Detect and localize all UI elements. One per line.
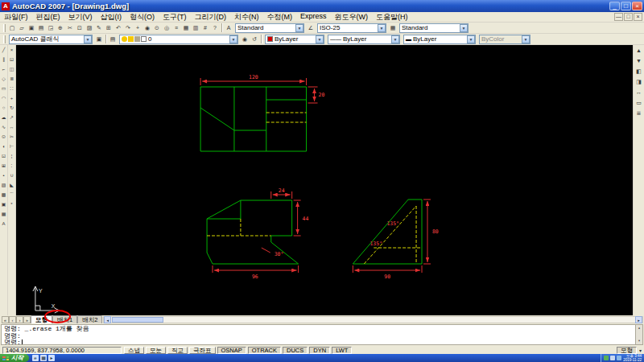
draworder-above-icon[interactable]: ◧ xyxy=(634,66,644,76)
side-view[interactable]: 24 44 96 30° xyxy=(207,187,308,280)
menu-item[interactable]: 형식(O) xyxy=(126,12,159,23)
match-properties-icon[interactable]: ✎ xyxy=(94,23,104,33)
horizontal-scrollbar[interactable]: ◂ ▸ xyxy=(103,316,643,323)
mdi-close-button[interactable]: × xyxy=(634,13,642,21)
make-object-layer-current-icon[interactable]: ◉ xyxy=(240,35,250,44)
save-icon[interactable]: ▣ xyxy=(27,23,36,33)
chevron-down-icon[interactable]: ▼ xyxy=(391,35,399,43)
end-view[interactable]: 90 80 135° 135° xyxy=(353,200,438,280)
scroll-left-icon[interactable]: ◂ xyxy=(104,316,111,323)
offset-icon[interactable]: ≣ xyxy=(8,74,15,84)
side-view-hidden-lines[interactable] xyxy=(207,219,271,236)
prev-tab-icon[interactable]: ‹ xyxy=(9,316,16,323)
undo-icon[interactable]: ↶ xyxy=(114,23,123,33)
toolbar-grip[interactable] xyxy=(3,35,6,43)
layer-properties-icon[interactable]: ▤ xyxy=(108,35,118,44)
scroll-up-icon[interactable]: ▴ xyxy=(638,325,640,332)
chevron-down-icon[interactable]: ▼ xyxy=(460,24,468,32)
ortho-toggle[interactable]: 직교 xyxy=(167,347,188,354)
save-workspace-icon[interactable]: ▣ xyxy=(94,35,104,44)
draworder-under-icon[interactable]: ◨ xyxy=(634,76,644,87)
revision-cloud-icon[interactable]: ☁ xyxy=(0,113,7,122)
end-view-dimension-lines[interactable] xyxy=(353,200,431,273)
insert-block-icon[interactable]: ⊡ xyxy=(0,151,7,161)
pan-icon[interactable]: + xyxy=(133,23,142,33)
tool-palettes-icon[interactable]: ▥ xyxy=(191,23,200,33)
dyn-toggle[interactable]: DYN xyxy=(309,347,330,354)
plot-icon[interactable]: ▤ xyxy=(36,23,46,33)
copy-object-icon[interactable]: ⊡ xyxy=(8,55,15,64)
menu-item[interactable]: 보기(V) xyxy=(64,12,97,23)
front-view-dimension-lines[interactable] xyxy=(200,78,317,103)
construction-line-icon[interactable]: ∥ xyxy=(0,55,7,64)
front-view-outline[interactable] xyxy=(200,87,306,151)
mdi-restore-button[interactable]: □ xyxy=(624,13,633,21)
lineweight-combo[interactable]: ▬ ByLayer ▼ xyxy=(403,35,476,44)
coordinates-display[interactable]: 1404.9169, 837.7958, 0.0000 xyxy=(2,347,122,354)
model-paper-toggle[interactable]: 모형 xyxy=(617,347,637,354)
help-icon[interactable]: ? xyxy=(210,23,220,33)
text-style-manager-icon[interactable]: A xyxy=(224,23,233,33)
menu-item[interactable]: Express xyxy=(296,12,331,23)
dim-label[interactable]: 135° xyxy=(386,220,399,227)
dim-style-combo[interactable]: ISO-25 ▼ xyxy=(317,23,386,33)
minimize-button[interactable]: _ xyxy=(609,2,620,10)
last-tab-icon[interactable]: » xyxy=(23,316,31,323)
cut-icon[interactable]: ✂ xyxy=(65,23,75,33)
ellipse-icon[interactable]: ⊙ xyxy=(0,132,7,142)
polygon-icon[interactable]: ◇ xyxy=(0,74,7,84)
taskbar-clock[interactable]: 오후 3:44 2019-11-22 xyxy=(623,354,642,362)
menu-item[interactable]: 삽입(I) xyxy=(97,12,126,23)
lwt-toggle[interactable]: LWT xyxy=(332,347,352,354)
menu-item[interactable]: 치수(N) xyxy=(230,12,263,23)
chevron-down-icon[interactable]: ▼ xyxy=(378,24,386,32)
dim-label[interactable]: 20 xyxy=(319,92,325,98)
region-icon[interactable]: ▣ xyxy=(0,200,7,209)
zoom-realtime-icon[interactable]: ◉ xyxy=(142,23,152,33)
chevron-down-icon[interactable]: ▼ xyxy=(467,35,475,43)
mdi-minimize-button[interactable]: — xyxy=(614,13,623,21)
chevron-down-icon[interactable]: ▼ xyxy=(316,35,324,43)
internet-explorer-icon[interactable]: e xyxy=(32,355,39,361)
layer-combo[interactable]: 0 ▼ xyxy=(119,35,238,44)
osnap-toggle[interactable]: OSNAP xyxy=(217,347,246,354)
redo-icon[interactable]: ↷ xyxy=(123,23,133,33)
chevron-down-icon[interactable]: ▼ xyxy=(229,35,237,43)
extend-icon[interactable]: ⊢ xyxy=(8,142,15,151)
front-view-hidden-lines[interactable] xyxy=(266,113,307,122)
new-icon[interactable]: ▢ xyxy=(7,23,17,33)
spline-icon[interactable]: ∿ xyxy=(0,122,7,132)
dim-label[interactable]: 90 xyxy=(384,274,390,280)
break-at-point-icon[interactable]: ¦ xyxy=(8,151,15,161)
dim-label[interactable]: 80 xyxy=(432,228,439,235)
next-tab-icon[interactable]: › xyxy=(16,316,23,323)
front-view[interactable]: 120 20 xyxy=(200,74,324,151)
move-icon[interactable]: + xyxy=(8,93,15,103)
table-style-manager-icon[interactable]: ▦ xyxy=(388,23,398,33)
scroll-right-icon[interactable]: ▸ xyxy=(635,316,642,323)
start-button[interactable]: 시작 xyxy=(0,354,29,362)
table-style-combo[interactable]: Standard ▼ xyxy=(399,23,469,33)
tray-volume-icon[interactable] xyxy=(610,356,615,360)
maximize-button[interactable]: □ xyxy=(621,2,631,10)
erase-icon[interactable]: × xyxy=(8,45,15,55)
layer-previous-icon[interactable]: ↺ xyxy=(250,35,259,44)
grid-toggle[interactable]: 모눈 xyxy=(146,347,166,354)
zoom-window-icon[interactable]: ⊙ xyxy=(152,23,162,33)
command-scrollbar[interactable]: ▴ ▾ xyxy=(635,325,642,344)
table-icon[interactable]: ▦ xyxy=(0,209,7,219)
rotate-icon[interactable]: ↻ xyxy=(8,103,15,113)
scroll-down-icon[interactable]: ▾ xyxy=(638,338,640,345)
explode-icon[interactable]: * xyxy=(8,200,15,209)
text-style-combo[interactable]: Standard ▼ xyxy=(235,23,304,33)
linetype-combo[interactable]: —— ByLayer ▼ xyxy=(328,35,400,44)
fillet-icon[interactable]: ⌒ xyxy=(8,190,15,200)
status-menu-icon[interactable]: ▾ xyxy=(639,348,642,353)
gradient-icon[interactable]: ▩ xyxy=(0,190,7,200)
tab-layout2[interactable]: 배치2 xyxy=(77,315,102,323)
copy-icon[interactable]: ⊡ xyxy=(75,23,85,33)
drawing-canvas[interactable]: 120 20 xyxy=(16,45,633,315)
menu-item[interactable]: 편집(E) xyxy=(32,12,64,23)
dim-style-manager-icon[interactable]: ∠ xyxy=(306,23,316,33)
polyline-icon[interactable]: ⌐ xyxy=(0,64,7,74)
